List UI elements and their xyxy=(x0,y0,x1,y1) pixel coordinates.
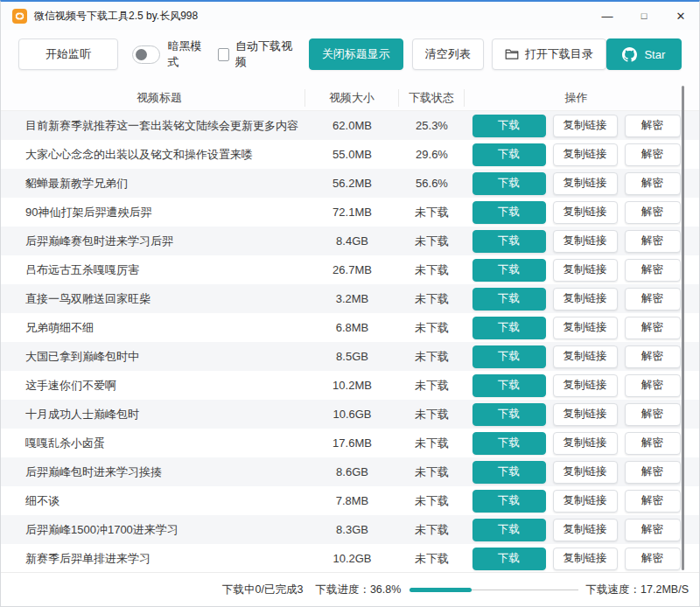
copy-link-button[interactable]: 复制链接 xyxy=(553,317,618,339)
row-operations: 下载 复制链接 解密 xyxy=(465,403,688,426)
dark-mode-toggle[interactable] xyxy=(132,45,160,64)
copy-link-button[interactable]: 复制链接 xyxy=(553,490,618,513)
copy-link-button[interactable]: 复制链接 xyxy=(553,403,618,426)
row-title: 大家心心念念的出装以及铭文和操作设置来喽 xyxy=(14,147,305,163)
download-button[interactable]: 下载 xyxy=(472,403,546,426)
video-table: 视频标题 视频大小 下载状态 操作 目前新赛季就推荐这一套出装铭文陆续会更新更多… xyxy=(1,85,699,572)
copy-link-button[interactable]: 复制链接 xyxy=(553,374,618,397)
table-row: 90神仙打架后羿遭殃后羿 72.1MB 未下载 下载 复制链接 解密 xyxy=(1,198,699,227)
copy-link-button[interactable]: 复制链接 xyxy=(553,345,618,368)
copy-link-button[interactable]: 复制链接 xyxy=(553,548,618,570)
download-button[interactable]: 下载 xyxy=(472,432,546,455)
decrypt-button[interactable]: 解密 xyxy=(625,461,681,484)
row-size: 8.5GB xyxy=(305,350,399,363)
decrypt-button[interactable]: 解密 xyxy=(625,259,681,282)
decrypt-button[interactable]: 解密 xyxy=(625,548,681,570)
download-button[interactable]: 下载 xyxy=(472,461,546,484)
decrypt-button[interactable]: 解密 xyxy=(625,143,681,166)
download-button[interactable]: 下载 xyxy=(472,172,546,195)
row-status: 未下载 xyxy=(399,262,465,278)
decrypt-button[interactable]: 解密 xyxy=(625,230,681,253)
download-button[interactable]: 下载 xyxy=(472,548,546,570)
speed-text: 下载速度：17.2MB/S xyxy=(586,583,689,597)
row-operations: 下载 复制链接 解密 xyxy=(465,317,688,339)
window-controls: — □ ✕ xyxy=(589,2,699,30)
download-button[interactable]: 下载 xyxy=(472,345,546,368)
maximize-button[interactable]: □ xyxy=(626,2,662,30)
row-operations: 下载 复制链接 解密 xyxy=(465,432,688,455)
speed-label: 下载速度： xyxy=(586,583,641,596)
table-row: 新赛季后羿单排进来学习 10.2GB 未下载 下载 复制链接 解密 xyxy=(1,544,699,572)
decrypt-button[interactable]: 解密 xyxy=(625,490,681,513)
table-row: 吕布远古五杀嘎嘎厉害 26.7MB 未下载 下载 复制链接 解密 xyxy=(1,255,699,284)
table-row: 大国已拿到巅峰包时中 8.5GB 未下载 下载 复制链接 解密 xyxy=(1,342,699,371)
auto-download-checkbox[interactable] xyxy=(218,48,229,61)
vertical-scrollbar[interactable] xyxy=(682,86,684,570)
download-button[interactable]: 下载 xyxy=(472,317,546,339)
row-size: 7.8MB xyxy=(305,494,399,507)
row-operations: 下载 复制链接 解密 xyxy=(465,201,688,224)
row-operations: 下载 复制链接 解密 xyxy=(465,461,688,484)
start-listen-button[interactable]: 开始监听 xyxy=(18,38,118,70)
header-video-size: 视频大小 xyxy=(305,89,399,107)
row-status: 未下载 xyxy=(399,464,465,480)
window-title: 微信视频号下载工具2.5 by.长风998 xyxy=(34,9,198,24)
github-icon xyxy=(622,47,637,62)
open-download-dir-label: 打开下载目录 xyxy=(525,46,593,62)
close-title-display-button[interactable]: 关闭标题显示 xyxy=(309,38,403,70)
decrypt-button[interactable]: 解密 xyxy=(625,403,681,426)
table-row: 后羿巅峰包时进来学习挨揍 8.6GB 未下载 下载 复制链接 解密 xyxy=(1,457,699,486)
decrypt-button[interactable]: 解密 xyxy=(625,345,681,368)
copy-link-button[interactable]: 复制链接 xyxy=(553,432,618,455)
decrypt-button[interactable]: 解密 xyxy=(625,172,681,195)
decrypt-button[interactable]: 解密 xyxy=(625,317,681,339)
close-button[interactable]: ✕ xyxy=(662,2,699,30)
decrypt-button[interactable]: 解密 xyxy=(625,374,681,397)
github-star-button[interactable]: Star xyxy=(606,38,682,70)
table-header: 视频标题 视频大小 下载状态 操作 xyxy=(1,85,699,111)
copy-link-button[interactable]: 复制链接 xyxy=(553,519,618,541)
row-status: 未下载 xyxy=(399,493,465,509)
app-icon xyxy=(12,9,27,24)
titlebar: 微信视频号下载工具2.5 by.长风998 — □ ✕ xyxy=(1,2,699,30)
copy-link-button[interactable]: 复制链接 xyxy=(553,461,618,484)
copy-link-button[interactable]: 复制链接 xyxy=(553,259,618,282)
auto-download-label: 自动下载视频 xyxy=(235,38,293,70)
row-title: 嘎嘎乱杀小卤蛋 xyxy=(14,436,305,451)
table-row: 嘎嘎乱杀小卤蛋 17.6MB 未下载 下载 复制链接 解密 xyxy=(1,429,699,457)
clear-list-button[interactable]: 清空列表 xyxy=(412,38,484,70)
download-button[interactable]: 下载 xyxy=(472,259,546,282)
row-status: 56.6% xyxy=(399,177,465,190)
open-download-dir-button[interactable]: 打开下载目录 xyxy=(492,38,606,70)
download-button[interactable]: 下载 xyxy=(472,374,546,397)
copy-link-button[interactable]: 复制链接 xyxy=(553,172,618,195)
download-button[interactable]: 下载 xyxy=(472,230,546,253)
decrypt-button[interactable]: 解密 xyxy=(625,432,681,455)
download-button[interactable]: 下载 xyxy=(472,519,546,541)
toggle-knob xyxy=(136,49,147,60)
download-button[interactable]: 下载 xyxy=(472,201,546,224)
copy-link-button[interactable]: 复制链接 xyxy=(553,201,618,224)
download-count-text: 下载中0/已完成3 xyxy=(222,583,303,597)
download-button[interactable]: 下载 xyxy=(472,115,546,137)
header-video-title: 视频标题 xyxy=(14,89,305,107)
decrypt-button[interactable]: 解密 xyxy=(625,115,681,137)
download-button[interactable]: 下载 xyxy=(472,143,546,166)
decrypt-button[interactable]: 解密 xyxy=(625,288,681,310)
progress-text: 下载进度：36.8% xyxy=(315,583,401,597)
copy-link-button[interactable]: 复制链接 xyxy=(553,115,618,137)
decrypt-button[interactable]: 解密 xyxy=(625,201,681,224)
decrypt-button[interactable]: 解密 xyxy=(625,519,681,541)
row-size: 8.6GB xyxy=(305,465,399,478)
download-button[interactable]: 下载 xyxy=(472,490,546,513)
download-button[interactable]: 下载 xyxy=(472,288,546,310)
copy-link-button[interactable]: 复制链接 xyxy=(553,143,618,166)
row-title: 直接一鸟双雕送回家旺柴 xyxy=(14,291,305,307)
row-operations: 下载 复制链接 解密 xyxy=(465,172,688,195)
row-title: 十月成功人士巅峰包时 xyxy=(14,407,305,422)
copy-link-button[interactable]: 复制链接 xyxy=(553,230,618,253)
row-operations: 下载 复制链接 解密 xyxy=(465,345,688,368)
minimize-button[interactable]: — xyxy=(589,2,626,30)
row-operations: 下载 复制链接 解密 xyxy=(465,490,688,513)
copy-link-button[interactable]: 复制链接 xyxy=(553,288,618,310)
